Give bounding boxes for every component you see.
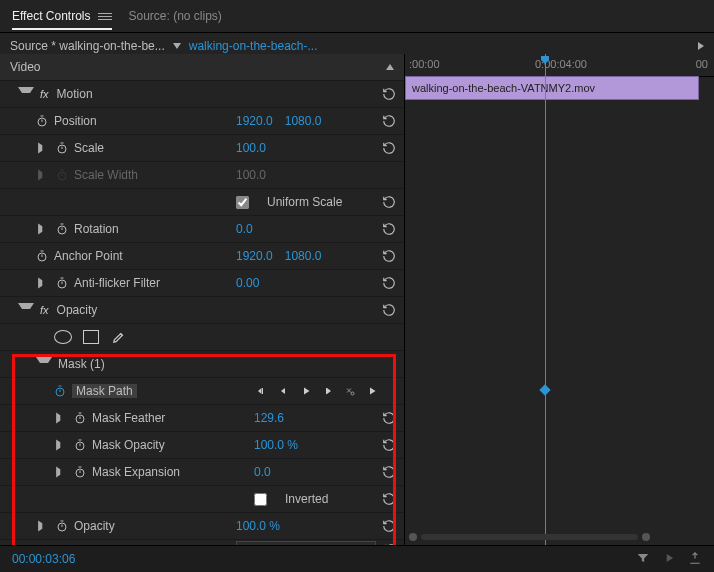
- stopwatch-icon[interactable]: [36, 250, 48, 262]
- reset-button[interactable]: [374, 249, 404, 263]
- stopwatch-icon[interactable]: [74, 466, 86, 478]
- reset-button[interactable]: [374, 303, 404, 317]
- effect-controls-tree: Video fx Motion Position 1920: [0, 54, 405, 546]
- reset-button[interactable]: [374, 276, 404, 290]
- play-icon[interactable]: [298, 384, 314, 398]
- scroll-handle-left[interactable]: [409, 533, 417, 541]
- reset-button[interactable]: [374, 492, 404, 506]
- chevron-right-icon[interactable]: [56, 439, 66, 450]
- panel-menu-icon[interactable]: [98, 11, 112, 21]
- chevron-down-icon[interactable]: [18, 303, 34, 317]
- inverted-checkbox[interactable]: [254, 493, 267, 506]
- prop-uniform-scale[interactable]: Uniform Scale: [0, 189, 404, 216]
- prop-antiflicker[interactable]: Anti-flicker Filter 0.00: [0, 270, 404, 297]
- chevron-down-icon[interactable]: [36, 357, 52, 371]
- fx-badge-icon[interactable]: fx: [40, 304, 49, 316]
- tab-source[interactable]: Source: (no clips): [128, 9, 221, 23]
- stopwatch-icon[interactable]: [74, 439, 86, 451]
- chevron-right-icon[interactable]: [38, 277, 48, 288]
- value-scale-width: 100.0: [236, 168, 266, 182]
- mask-group[interactable]: Mask (1): [0, 351, 404, 378]
- stopwatch-icon[interactable]: [74, 412, 86, 424]
- prop-mask-expansion[interactable]: Mask Expansion 0.0: [0, 459, 404, 486]
- status-bar: 00:00:03:06: [0, 545, 714, 572]
- prop-label: Anchor Point: [54, 249, 123, 263]
- horizontal-scrollbar[interactable]: [405, 528, 654, 546]
- prop-mask-path[interactable]: Mask Path: [0, 378, 404, 405]
- reset-button[interactable]: [374, 141, 404, 155]
- fx-badge-icon[interactable]: fx: [40, 88, 49, 100]
- reset-button[interactable]: [374, 87, 404, 101]
- effect-opacity[interactable]: fx Opacity: [0, 297, 404, 324]
- stopwatch-icon[interactable]: [56, 277, 68, 289]
- playhead[interactable]: [545, 54, 546, 546]
- effect-motion[interactable]: fx Motion: [0, 81, 404, 108]
- stopwatch-icon[interactable]: [56, 520, 68, 532]
- value-position-x[interactable]: 1920.0: [236, 114, 273, 128]
- prop-mask-opacity[interactable]: Mask Opacity 100.0 %: [0, 432, 404, 459]
- value-mask-feather[interactable]: 129.6: [254, 411, 284, 425]
- chevron-right-icon[interactable]: [56, 466, 66, 477]
- scroll-handle-right[interactable]: [642, 533, 650, 541]
- clip-bar[interactable]: walking-on-the-beach-VATNMY2.mov: [405, 76, 699, 100]
- stopwatch-icon[interactable]: [54, 385, 66, 397]
- tab-effect-controls[interactable]: Effect Controls: [12, 9, 112, 23]
- step-forward-icon[interactable]: [320, 384, 336, 398]
- export-icon[interactable]: [688, 551, 702, 568]
- prop-position[interactable]: Position 1920.0 1080.0: [0, 108, 404, 135]
- reset-button[interactable]: [374, 438, 404, 452]
- chevron-right-icon[interactable]: [38, 223, 48, 234]
- value-mask-opacity[interactable]: 100.0 %: [254, 438, 298, 452]
- scroll-track[interactable]: [421, 534, 638, 540]
- chevron-right-icon[interactable]: [38, 142, 48, 153]
- prop-mask-feather[interactable]: Mask Feather 129.6: [0, 405, 404, 432]
- ellipse-mask-icon[interactable]: [54, 330, 72, 344]
- reset-button[interactable]: [374, 411, 404, 425]
- stopwatch-icon[interactable]: [36, 115, 48, 127]
- chevron-right-icon[interactable]: [38, 520, 48, 531]
- track-settings-icon[interactable]: [342, 384, 358, 398]
- value-rotation[interactable]: 0.0: [236, 222, 253, 236]
- track-backward-icon[interactable]: [254, 384, 270, 398]
- pen-mask-icon[interactable]: [110, 330, 128, 344]
- prop-opacity[interactable]: Opacity 100.0 %: [0, 513, 404, 540]
- prop-rotation[interactable]: Rotation 0.0: [0, 216, 404, 243]
- chevron-right-icon[interactable]: [56, 412, 66, 423]
- uniform-scale-checkbox[interactable]: [236, 196, 249, 209]
- stopwatch-icon[interactable]: [56, 223, 68, 235]
- effect-label: Opacity: [57, 303, 98, 317]
- chevron-down-icon[interactable]: [18, 87, 34, 101]
- value-position-y[interactable]: 1080.0: [285, 114, 322, 128]
- reset-button[interactable]: [374, 222, 404, 236]
- value-scale[interactable]: 100.0: [236, 141, 266, 155]
- chevron-right-icon: [38, 169, 48, 180]
- prop-label: Position: [54, 114, 97, 128]
- prop-scale[interactable]: Scale 100.0: [0, 135, 404, 162]
- rectangle-mask-icon[interactable]: [82, 330, 100, 344]
- chevron-down-icon[interactable]: [173, 43, 181, 49]
- value-anchor-x[interactable]: 1920.0: [236, 249, 273, 263]
- step-back-icon[interactable]: [276, 384, 292, 398]
- value-mask-expansion[interactable]: 0.0: [254, 465, 271, 479]
- reset-button[interactable]: [374, 465, 404, 479]
- value-opacity[interactable]: 100.0 %: [236, 519, 280, 533]
- timecode[interactable]: 00:00:03:06: [12, 552, 75, 566]
- reset-button[interactable]: [374, 519, 404, 533]
- prop-anchor-point[interactable]: Anchor Point 1920.0 1080.0: [0, 243, 404, 270]
- reset-button[interactable]: [374, 195, 404, 209]
- timeline-body[interactable]: [405, 100, 714, 526]
- value-antiflicker[interactable]: 0.00: [236, 276, 259, 290]
- filter-icon[interactable]: [636, 551, 650, 568]
- track-forward-icon[interactable]: [364, 384, 380, 398]
- sequence-clip-name[interactable]: walking-on-the-beach-...: [189, 39, 318, 53]
- time-ruler[interactable]: :00:00 0:00:04:00 00: [405, 54, 714, 77]
- play-only-icon[interactable]: [698, 42, 704, 50]
- collapse-up-icon[interactable]: [386, 64, 394, 70]
- source-clip-name: Source * walking-on-the-be...: [10, 39, 165, 53]
- section-video[interactable]: Video: [0, 54, 404, 81]
- stopwatch-icon[interactable]: [56, 142, 68, 154]
- play-audio-icon[interactable]: [662, 551, 676, 568]
- prop-mask-inverted[interactable]: Inverted: [0, 486, 404, 513]
- reset-button[interactable]: [374, 114, 404, 128]
- value-anchor-y[interactable]: 1080.0: [285, 249, 322, 263]
